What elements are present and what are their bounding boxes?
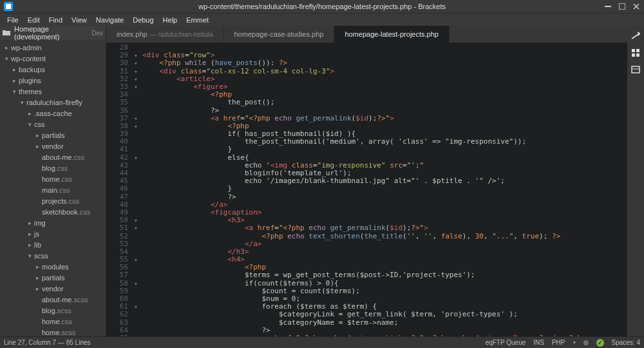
fold-marker[interactable]: ▾ — [132, 280, 140, 287]
tree-twisty-icon[interactable]: ▸ — [35, 262, 40, 273]
tree-twisty-icon[interactable]: ▾ — [27, 251, 32, 262]
tree-item[interactable]: ▾scss — [0, 251, 106, 262]
tree-item[interactable]: ▸plugins — [0, 75, 106, 86]
tree-item[interactable]: blog.scss — [0, 305, 106, 316]
fold-marker[interactable]: ▾ — [132, 68, 140, 75]
tree-item[interactable]: home.css — [0, 316, 106, 327]
code-line[interactable]: $categoryLink = get_term_link( $term, 'p… — [142, 311, 627, 318]
code-line[interactable]: <?php echo text_shorten(the_title('', ''… — [142, 233, 627, 240]
tab[interactable]: index.php— raduluchian-nebula — [106, 26, 224, 43]
fold-gutter[interactable]: ▾▾▾▾▾▾▾▾▾▾▾▾▾ — [132, 43, 140, 336]
menu-emmet[interactable]: Emmet — [182, 15, 213, 25]
menu-find[interactable]: Find — [44, 15, 67, 25]
fold-marker[interactable]: ▾ — [132, 122, 140, 130]
tab[interactable]: homepage-latest-projects.php — [334, 26, 450, 43]
code-line[interactable]: $terms = wp_get_post_terms($post->ID,'pr… — [142, 271, 627, 279]
menu-debug[interactable]: Debug — [128, 15, 158, 25]
project-selector[interactable]: Homepage (development) Dev — [0, 26, 106, 40]
insert-mode[interactable]: INS — [533, 339, 544, 346]
code-line[interactable]: the_post(); — [142, 99, 627, 106]
fold-marker[interactable]: ▾ — [132, 154, 140, 162]
menu-file[interactable]: File — [3, 15, 23, 25]
file-tree[interactable]: ▸wp-admin▾wp-content▸backups▸plugins▾the… — [0, 40, 106, 336]
tree-item[interactable]: main.css — [0, 185, 106, 196]
tree-item[interactable]: blog.css — [0, 163, 106, 174]
tree-twisty-icon[interactable]: ▸ — [27, 108, 32, 119]
fold-marker[interactable]: ▾ — [132, 75, 140, 83]
linting-dot-icon[interactable] — [583, 340, 589, 345]
fold-marker[interactable]: ▾ — [132, 59, 140, 67]
tree-item[interactable]: home.scss — [0, 327, 106, 336]
tree-item[interactable]: ▸vendor — [0, 141, 106, 152]
menu-navigate[interactable]: Navigate — [91, 15, 128, 25]
tree-item[interactable]: ▾wp-content — [0, 53, 106, 64]
fold-marker[interactable]: ▾ — [132, 83, 140, 91]
fold-marker[interactable]: ▾ — [132, 115, 140, 122]
line-number: 36 — [106, 107, 128, 115]
menu-view[interactable]: View — [67, 15, 91, 25]
tree-twisty-icon[interactable]: ▾ — [19, 97, 24, 108]
tree-item[interactable]: ▾themes — [0, 86, 106, 97]
fold-marker[interactable]: ▾ — [132, 303, 140, 311]
tree-item[interactable]: ▸backups — [0, 64, 106, 75]
tree-twisty-icon[interactable]: ▸ — [35, 141, 40, 152]
tree-item[interactable]: sketchbook.css — [0, 207, 106, 218]
tree-item[interactable]: projects.css — [0, 196, 106, 207]
maximize-button[interactable] — [618, 3, 626, 10]
fold-marker[interactable]: ▾ — [132, 217, 140, 224]
tree-item[interactable]: ▸wp-admin — [0, 43, 106, 53]
fold-marker[interactable]: ▾ — [132, 256, 140, 264]
eqftp-queue[interactable]: eqFTP Queue — [486, 339, 526, 346]
tree-twisty-icon[interactable]: ▾ — [27, 119, 32, 130]
tree-item[interactable]: ▸lib — [0, 240, 106, 251]
tree-item[interactable]: ▸modules — [0, 262, 106, 273]
tree-item[interactable]: about-me.css — [0, 152, 106, 163]
code-line[interactable]: if(count($terms) > 0){ — [142, 280, 627, 287]
fold-marker[interactable]: ▾ — [132, 224, 140, 232]
fold-marker[interactable]: ▾ — [132, 52, 140, 59]
tree-twisty-icon[interactable]: ▸ — [27, 218, 32, 229]
code-content[interactable]: <div class="row"> <?php while (have_post… — [140, 43, 627, 336]
code-line[interactable]: <a href="<?php echo $categoryLink; ?>"><… — [142, 334, 627, 336]
tree-twisty-icon[interactable]: ▸ — [35, 273, 40, 284]
extension-manager-icon[interactable] — [630, 48, 641, 58]
svg-rect-8 — [632, 66, 639, 73]
tree-item[interactable]: ▸partials — [0, 130, 106, 141]
language-mode[interactable]: PHP — [552, 339, 565, 346]
tree-twisty-icon[interactable]: ▸ — [27, 240, 32, 251]
tree-twisty-icon[interactable]: ▸ — [35, 284, 40, 295]
menu-edit[interactable]: Edit — [23, 15, 44, 25]
fold-marker — [132, 44, 140, 52]
code-line[interactable]: $categoryName = $term->name; — [142, 319, 627, 327]
indent-setting[interactable]: Spaces: 4 — [612, 339, 640, 346]
menu-help[interactable]: Help — [158, 15, 182, 25]
tree-twisty-icon[interactable]: ▸ — [27, 229, 32, 240]
close-button[interactable] — [632, 3, 640, 10]
tab[interactable]: homepage-case-studies.php — [224, 26, 335, 43]
tree-item[interactable]: ▾raduluchian-firefly — [0, 97, 106, 108]
tree-twisty-icon[interactable]: ▸ — [12, 75, 17, 86]
minimize-button[interactable] — [604, 3, 612, 10]
code-line[interactable]: <div class="col-xs-12 col-sm-4 col-lg-3"… — [142, 68, 627, 75]
panels-icon[interactable] — [630, 64, 641, 75]
code-editor[interactable]: 2829303132333435363738394041424344454647… — [106, 43, 627, 336]
tree-twisty-icon[interactable]: ▾ — [4, 53, 9, 64]
status-ok-icon[interactable]: ✓ — [596, 339, 604, 347]
tree-item[interactable]: ▸img — [0, 218, 106, 229]
tree-twisty-icon[interactable]: ▾ — [12, 86, 17, 97]
tree-twisty-icon[interactable]: ▸ — [35, 130, 40, 141]
tree-item[interactable]: ▸.sass-cache — [0, 108, 106, 119]
tree-item[interactable]: ▸partials — [0, 273, 106, 284]
cursor-position[interactable]: Line 27, Column 7 — 85 Lines — [4, 339, 91, 346]
tree-item[interactable]: about-me.scss — [0, 295, 106, 305]
tree-item[interactable]: ▸js — [0, 229, 106, 240]
code-line[interactable]: } — [142, 185, 627, 193]
tree-item[interactable]: home.css — [0, 174, 106, 185]
tree-twisty-icon[interactable]: ▸ — [12, 64, 17, 75]
chevron-down-icon[interactable]: ▾ — [573, 340, 576, 345]
tree-item[interactable]: ▾css — [0, 119, 106, 130]
live-preview-icon[interactable] — [630, 31, 641, 41]
tree-item[interactable]: ▸vendor — [0, 284, 106, 295]
tree-twisty-icon[interactable]: ▸ — [4, 43, 9, 53]
code-line[interactable]: } — [142, 146, 627, 153]
